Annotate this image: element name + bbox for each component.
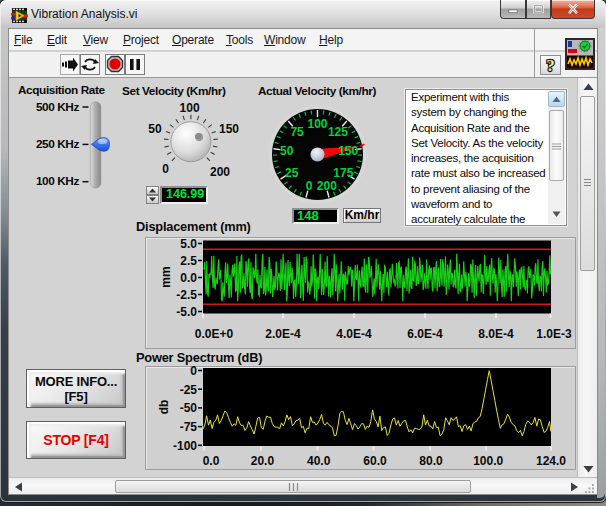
svg-text:0: 0 [162,162,169,176]
svg-text:100: 100 [180,101,200,115]
svg-text:100: 100 [307,117,327,131]
svg-text:200: 200 [317,179,337,193]
svg-text:125: 125 [328,125,348,139]
svg-text:150: 150 [219,122,239,136]
svg-text:25: 25 [285,166,299,180]
svg-text:150: 150 [338,144,358,158]
svg-text:175: 175 [333,166,353,180]
svg-text:0: 0 [306,179,313,193]
svg-text:75: 75 [290,125,304,139]
svg-text:50: 50 [148,122,162,136]
svg-text:50: 50 [280,144,294,158]
svg-text:?: ? [546,56,555,74]
svg-text:200: 200 [210,165,230,179]
